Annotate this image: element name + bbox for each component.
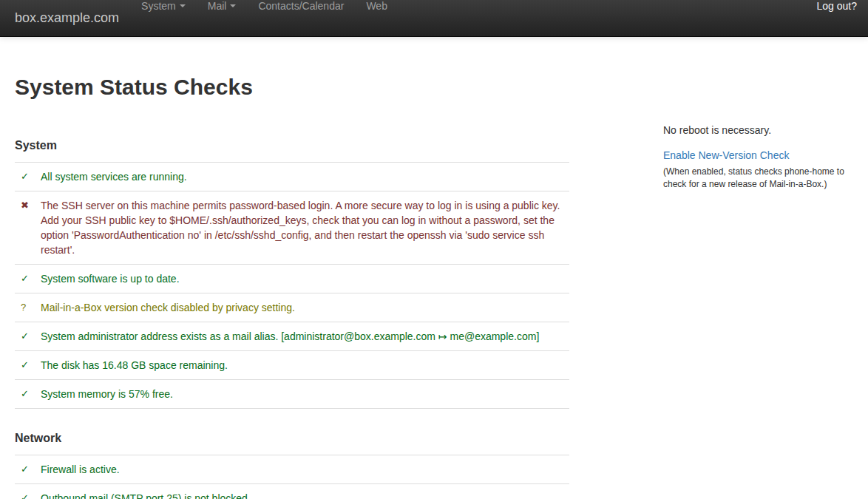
nav-item-contacts-calendar[interactable]: Contacts/Calendar	[247, 0, 355, 12]
status-check-text: Firewall is active.	[41, 455, 569, 484]
status-check-text: Outbound mail (SMTP port 25) is not bloc…	[41, 484, 569, 499]
status-sidebar: No reboot is necessary. Enable New-Versi…	[663, 76, 853, 499]
status-checks-table: System ✓ All system services are running…	[15, 120, 569, 499]
logout-link[interactable]: Log out?	[806, 0, 868, 12]
status-check-row: ✓ Outbound mail (SMTP port 25) is not bl…	[15, 484, 569, 499]
navbar-brand[interactable]: box.example.com	[0, 0, 130, 36]
status-ok-icon: ✓	[15, 265, 41, 293]
status-check-row: ✓ System software is up to date.	[15, 265, 569, 293]
status-check-row: ✓ Firewall is active.	[15, 455, 569, 484]
status-check-row: ✓ The disk has 16.48 GB space remaining.	[15, 351, 569, 380]
status-ok-icon: ✓	[15, 322, 41, 351]
nav-item-mail-label: Mail	[208, 0, 227, 12]
status-ok-icon: ✓	[15, 380, 41, 409]
status-ok-icon: ✓	[15, 484, 41, 499]
enable-version-check-link[interactable]: Enable New-Version Check	[663, 148, 789, 163]
nav-item-web[interactable]: Web	[355, 0, 399, 12]
status-check-text: The disk has 16.48 GB space remaining.	[41, 351, 569, 380]
status-warning-icon: ?	[15, 293, 41, 322]
status-checks-panel: System Status Checks System ✓ All system…	[15, 76, 569, 499]
section-heading-system-label: System	[15, 120, 569, 162]
status-check-text: System software is up to date.	[41, 265, 569, 293]
reboot-status: No reboot is necessary.	[663, 123, 853, 138]
status-check-text: System memory is 57% free.	[41, 380, 569, 409]
status-check-text: System administrator address exists as a…	[41, 322, 569, 351]
nav-item-web-label: Web	[366, 0, 387, 12]
nav-item-mail[interactable]: Mail	[197, 0, 248, 12]
chevron-down-icon	[230, 4, 236, 7]
status-check-row: ? Mail-in-a-Box version check disabled b…	[15, 293, 569, 322]
page-title: System Status Checks	[15, 76, 569, 98]
version-check-note: (When enabled, status checks phone-home …	[663, 166, 853, 191]
navbar-right: Log out?	[806, 0, 868, 36]
status-check-text: All system services are running.	[41, 163, 569, 191]
status-check-row: ✓ System administrator address exists as…	[15, 322, 569, 351]
status-ok-icon: ✓	[15, 163, 41, 191]
section-heading-system: System	[15, 120, 569, 163]
status-ok-icon: ✓	[15, 351, 41, 380]
status-error-icon: ✖	[15, 191, 41, 265]
status-check-row: ✓ All system services are running.	[15, 163, 569, 191]
section-heading-network: Network	[15, 409, 569, 455]
page-body: System Status Checks System ✓ All system…	[0, 76, 868, 499]
nav-item-contacts-calendar-label: Contacts/Calendar	[258, 0, 344, 12]
top-navbar: box.example.com System Mail Contacts/Cal…	[0, 0, 868, 37]
status-check-row: ✖ The SSH server on this machine permits…	[15, 191, 569, 265]
section-heading-network-label: Network	[15, 409, 569, 455]
nav-item-system-label: System	[141, 0, 176, 12]
chevron-down-icon	[180, 4, 186, 7]
navbar-menu: System Mail Contacts/Calendar Web	[130, 0, 399, 36]
nav-item-system[interactable]: System	[130, 0, 197, 12]
status-check-text: The SSH server on this machine permits p…	[41, 191, 569, 265]
status-check-row: ✓ System memory is 57% free.	[15, 380, 569, 409]
status-check-text: Mail-in-a-Box version check disabled by …	[41, 293, 569, 322]
status-ok-icon: ✓	[15, 455, 41, 484]
